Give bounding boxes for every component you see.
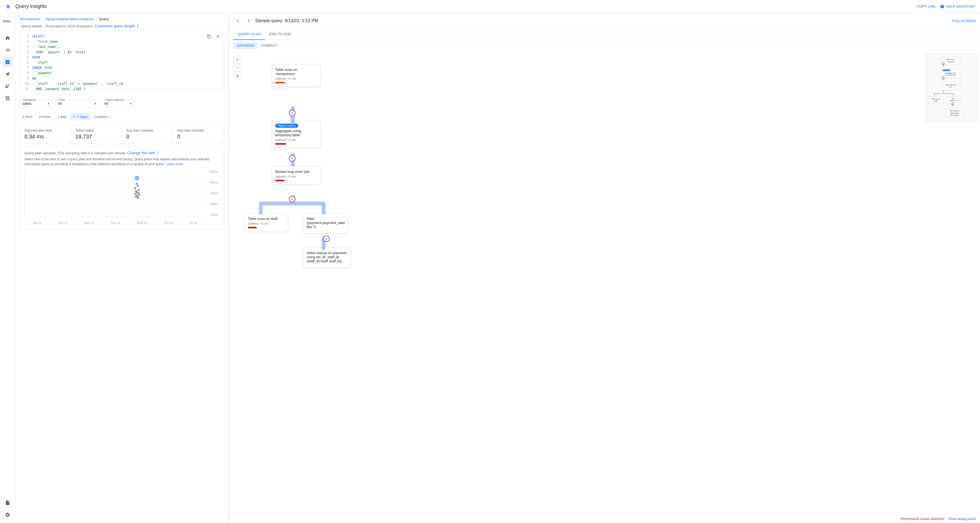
node2-latency: Latency: <1 ms [275,138,317,141]
database-select[interactable]: sakila [22,102,49,106]
stats-row: Avg execution time 0.34 ms Times called … [20,124,224,144]
plan-node-1[interactable]: Table scan on <temporary> Latency: <1 ms [272,64,321,87]
svg-text:(payment...: (payment... [950,100,956,102]
show-debug-panel-link[interactable]: Show debug panel [948,517,975,521]
sidebar-item-home[interactable] [2,33,13,43]
code-line-7: 7INNER JOIN [23,65,221,71]
sidebar-item-route[interactable] [2,69,13,79]
node5-title: Filter: (payment.payment_date like ?) [307,217,345,229]
breadcrumb-instance[interactable]: mysql-instance-demo-instance [45,17,93,21]
change-rate-link[interactable]: Change the rate. ) [127,151,158,155]
node4-title: Table scan on staff [248,217,285,221]
zoom-in-button[interactable]: + [233,56,241,64]
node3-title: Nested loop inner join [275,170,317,174]
time-1hour-button[interactable]: 1 hour [20,113,35,120]
users-icon [5,83,10,89]
code-block: 1SELECT 2 `first_name`, 3 `last_name`, 4… [20,30,224,91]
svg-text:Filter:: Filter: [951,98,955,99]
zoom-out-button[interactable]: − [233,64,241,72]
next-sample-button[interactable] [244,16,253,25]
fullscreen-button[interactable]: FULLSCREEN [952,19,975,23]
close-code-button[interactable] [214,33,222,40]
view-toggle: EXPANDED COMPACT [229,40,980,51]
svg-text:Aggregate using: Aggregate using [946,72,956,74]
code-line-8: 8 `payment` [23,71,221,76]
node2-title: Aggregate using temporary table [275,129,317,137]
query-plan-samples-title: Query plan samples (The sampling rate is… [24,151,220,155]
svg-text:Highest latency: Highest latency [942,70,950,71]
svg-rect-12 [943,64,944,67]
time-custom-button[interactable]: Custom ▾ [91,113,111,120]
copy-code-button[interactable] [205,33,213,40]
chevron-left-icon [235,18,240,24]
node1-latency: Latency: <1 ms [275,77,317,80]
breadcrumb-sep-2: › [96,17,97,21]
chart-dot[interactable] [134,188,136,189]
tab-query-plan[interactable]: QUERY PLAN [233,29,265,40]
svg-text:Index lookup on: Index lookup on [950,110,959,111]
svg-text:<temporary>: <temporary> [947,61,955,62]
zoom-reset-button[interactable]: ↺ [233,72,241,80]
code-line-9: 9ON [23,76,221,81]
query-plan-tabs: QUERY PLAN END TO END [229,29,980,40]
node4-latency-bar [248,227,257,228]
database-select-wrapper: sakila ▾ [22,102,49,106]
client-address-select[interactable]: All [104,102,132,106]
copy-link-button[interactable]: COPY LINK [917,5,935,8]
plan-node-3[interactable]: Nested loop inner join Latency: <1 ms [272,166,321,185]
plan-node-4[interactable]: Table scan on staff Latency: <1 ms [244,213,288,232]
query-details-title: Query details (Truncated to 1024 charact… [20,24,224,28]
help-assistant-button[interactable]: HELP ASSISTANT [940,5,975,9]
plan-node-2[interactable]: Highest latency Aggregate using temporar… [272,120,321,148]
plan-node-5[interactable]: Filter: (payment.payment_date like ?) [303,213,348,234]
chart-dot[interactable] [138,189,140,191]
prev-sample-button[interactable] [233,16,242,25]
chart-dot[interactable] [137,196,139,199]
time-7days-button[interactable]: ✓ 7 days [70,113,90,120]
svg-rect-24 [928,96,943,104]
top-bar: Query insights COPY LINK HELP ASSISTANT [0,0,980,13]
time-6hours-button[interactable]: 6 hours [37,113,54,120]
sidebar-item-users[interactable] [2,81,13,92]
node1-title: Table scan on <temporary> [275,68,317,76]
right-panel: Sample query: 9/13/22, 1:53 PM FULLSCREE… [229,13,980,523]
sidebar-item-insights[interactable] [2,57,13,68]
user-filter-group: User All ▾ [55,98,99,108]
left-panel: All instances › mysql-instance-demo-inst… [15,13,229,523]
view-expanded-button[interactable]: EXPANDED [233,42,258,49]
sidebar-item-prim[interactable]: PRIM... [2,16,13,27]
plan-connections-svg [244,56,980,275]
chart-dot[interactable] [136,183,138,185]
minimap-svg: Table scan on <temporary> Highest latenc… [926,54,978,122]
plan-node-6[interactable]: Index lookup on payment using idx_fk_sta… [303,247,351,268]
customize-query-length-link[interactable]: Customize query length. ) [95,24,138,28]
svg-text:temporary table: temporary table [946,74,956,76]
chart-dot[interactable] [134,193,137,195]
sample-header: Sample query: 9/13/22, 1:53 PM FULLSCREE… [229,13,980,29]
stat-avg-execution: Avg execution time 0.34 ms [20,125,71,144]
time-1day-button[interactable]: 1 day [55,113,69,120]
connector-4: ✓ [323,235,330,242]
chart-dot[interactable] [138,194,140,196]
sample-title: Sample query: 9/13/22, 1:53 PM [255,18,950,23]
stat-times-called: Times called 19,737 [71,125,122,144]
sidebar-item-settings[interactable] [2,509,13,520]
code-line-10: 10 `staff` . `staff_id` = `payment` . `s… [23,81,221,86]
performance-issues-text[interactable]: Performance issues detected! [900,517,944,521]
code-line-4: 4 SUM( `amount` ) AS `total` [23,50,221,55]
sidebar-item-tables[interactable] [2,93,13,104]
code-actions [205,33,222,40]
chart-dot[interactable] [137,185,139,187]
learn-more-link[interactable]: Learn more [166,162,183,166]
view-compact-button[interactable]: COMPACT [258,42,280,49]
user-select[interactable]: All [58,102,96,106]
node3-latency-bar [275,180,285,181]
database-label: Database [22,98,37,102]
sidebar-item-logs[interactable] [2,497,13,508]
tab-end-to-end[interactable]: END TO END [265,29,296,40]
sidebar-item-activity[interactable] [2,45,13,56]
plan-diagram: Table scan on <temporary> Latency: <1 ms… [244,56,980,275]
breadcrumb-all-instances[interactable]: All instances [20,17,40,21]
insights-icon [5,59,10,65]
chart-area: 1000us 800us 600us 400us 200us [24,170,220,224]
